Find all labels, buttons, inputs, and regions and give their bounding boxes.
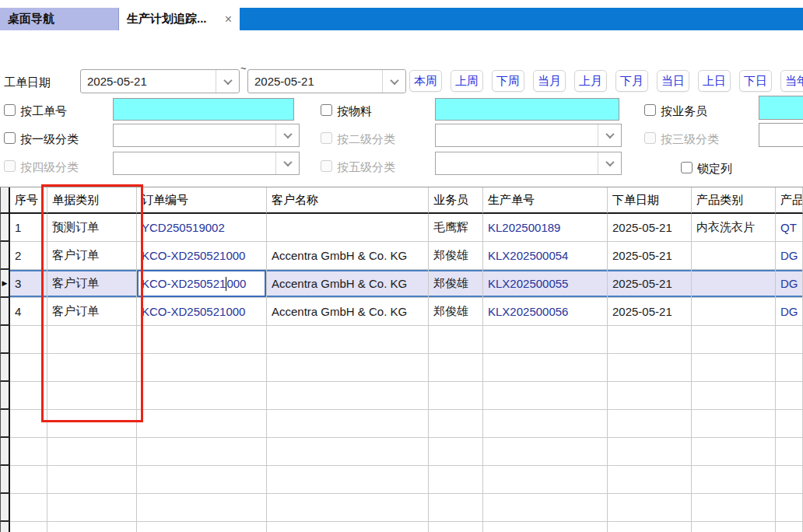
chevron-down-icon[interactable] [275, 124, 299, 146]
grid-cell[interactable] [137, 494, 267, 522]
chevron-down-icon[interactable] [598, 152, 621, 174]
grid-cell[interactable] [267, 494, 429, 522]
grid-cell[interactable] [267, 382, 429, 410]
tab-close-icon[interactable]: × [225, 12, 232, 26]
row-marker-cell[interactable] [0, 326, 10, 354]
grid-cell[interactable]: KCO-XD250521000 [137, 298, 267, 326]
column-header[interactable]: 单据类别 [47, 187, 137, 214]
grid-cell[interactable] [483, 382, 608, 410]
grid-cell[interactable] [692, 326, 776, 354]
grid-cell[interactable]: 毛鹰辉 [429, 214, 483, 242]
grid-cell[interactable] [692, 270, 776, 298]
grid-cell[interactable] [692, 438, 776, 466]
quick-btn-this-year[interactable]: 当年 [780, 70, 803, 92]
column-header[interactable]: 订单编号 [137, 187, 267, 214]
grid-cell[interactable]: Accentra GmbH & Co. KG [267, 298, 429, 326]
grid-cell[interactable] [267, 410, 429, 438]
grid-cell[interactable] [776, 522, 803, 532]
row-marker-cell[interactable] [0, 382, 10, 410]
checkbox-by-level5-category[interactable] [321, 160, 332, 172]
grid-cell[interactable] [10, 354, 47, 382]
grid-cell[interactable] [267, 326, 429, 354]
column-header[interactable]: 序号 [10, 187, 47, 214]
grid-cell[interactable] [608, 326, 692, 354]
grid-cell[interactable] [267, 214, 429, 242]
grid-cell[interactable] [47, 522, 137, 532]
grid-cell[interactable]: KL202500189 [483, 214, 608, 242]
grid-cell[interactable] [47, 438, 137, 466]
column-header[interactable]: 下单日期 [608, 187, 692, 214]
grid-cell[interactable] [483, 494, 608, 522]
grid-cell[interactable]: 4 [10, 298, 47, 326]
grid-cell[interactable] [608, 382, 692, 410]
grid-cell[interactable] [267, 466, 429, 494]
grid-cell[interactable] [692, 494, 776, 522]
quick-btn-today[interactable]: 当日 [657, 70, 689, 92]
quick-btn-this-month[interactable]: 当月 [533, 70, 566, 92]
row-marker-cell[interactable] [0, 354, 10, 382]
select-level2-category[interactable] [435, 124, 622, 147]
grid-cell[interactable]: KLX202500056 [483, 298, 608, 326]
row-marker-cell[interactable] [0, 522, 10, 532]
quick-btn-next-week[interactable]: 下周 [492, 70, 524, 92]
grid-cell[interactable] [10, 326, 47, 354]
quick-btn-last-month[interactable]: 上月 [574, 70, 607, 92]
grid-cell[interactable] [776, 466, 803, 494]
grid-cell[interactable]: KLX202500054 [483, 242, 608, 270]
date-from-select[interactable]: 2025-05-21 [80, 69, 240, 93]
grid-cell[interactable] [483, 326, 608, 354]
grid-cell[interactable] [429, 522, 483, 532]
corner-marker-cell[interactable] [0, 187, 10, 214]
grid-cell[interactable]: 2025-05-21 [608, 242, 692, 270]
grid-cell[interactable]: 2025-05-21 [608, 214, 692, 242]
grid-cell[interactable] [47, 354, 137, 382]
grid-cell[interactable] [692, 354, 776, 382]
grid-cell[interactable]: 2 [10, 242, 47, 270]
grid-cell[interactable]: 郑俊雄 [429, 242, 483, 270]
grid-cell[interactable] [47, 326, 137, 354]
column-header[interactable]: 产品类别 [692, 187, 776, 214]
checkbox-by-level2-category[interactable] [321, 132, 332, 144]
grid-cell[interactable] [137, 354, 267, 382]
row-marker-cell[interactable] [0, 466, 10, 494]
row-marker-cell[interactable] [0, 494, 10, 522]
grid-cell[interactable] [776, 438, 803, 466]
grid-cell[interactable] [429, 438, 483, 466]
grid-cell[interactable] [429, 494, 483, 522]
grid-cell[interactable] [429, 466, 483, 494]
grid-cell[interactable] [608, 466, 692, 494]
grid-cell[interactable]: 郑俊雄 [429, 270, 483, 298]
checkbox-by-salesman[interactable] [644, 104, 656, 116]
select-level1-category[interactable] [113, 124, 300, 147]
grid-cell[interactable]: 3 [10, 270, 47, 298]
checkbox-by-level4-category[interactable] [4, 160, 16, 172]
grid-cell[interactable] [47, 494, 137, 522]
select-level5-category[interactable] [435, 152, 622, 175]
checkbox-by-level3-category[interactable] [644, 132, 656, 144]
grid-cell[interactable]: 1 [10, 214, 47, 242]
chevron-down-icon[interactable] [598, 124, 621, 146]
grid-cell[interactable] [267, 438, 429, 466]
column-header[interactable]: 业务员 [429, 187, 483, 214]
chevron-down-icon[interactable] [382, 70, 405, 93]
grid-cell[interactable]: 客户订单 [47, 242, 137, 270]
grid-cell[interactable] [692, 410, 776, 438]
grid-cell[interactable] [10, 382, 47, 410]
editing-cell[interactable]: KCO-XD250521000 [137, 270, 267, 298]
grid-cell[interactable] [608, 522, 692, 532]
tab-desktop-navigation[interactable]: 桌面导航 [0, 8, 119, 30]
grid-cell[interactable] [429, 326, 483, 354]
grid-cell[interactable] [692, 466, 776, 494]
grid-cell[interactable] [137, 438, 267, 466]
checkbox-lock-columns[interactable] [681, 162, 693, 173]
input-by-salesman[interactable] [759, 96, 803, 120]
chevron-down-icon[interactable] [275, 152, 299, 174]
grid-cell[interactable] [267, 354, 429, 382]
checkbox-by-work-order[interactable] [4, 104, 16, 116]
column-header[interactable]: 客户名称 [267, 187, 429, 214]
grid-cell[interactable] [10, 466, 47, 494]
row-marker-cell[interactable] [0, 410, 10, 438]
quick-btn-this-week[interactable]: 本周 [409, 70, 442, 92]
grid-cell[interactable] [776, 410, 803, 438]
row-marker-cell[interactable] [0, 298, 10, 326]
